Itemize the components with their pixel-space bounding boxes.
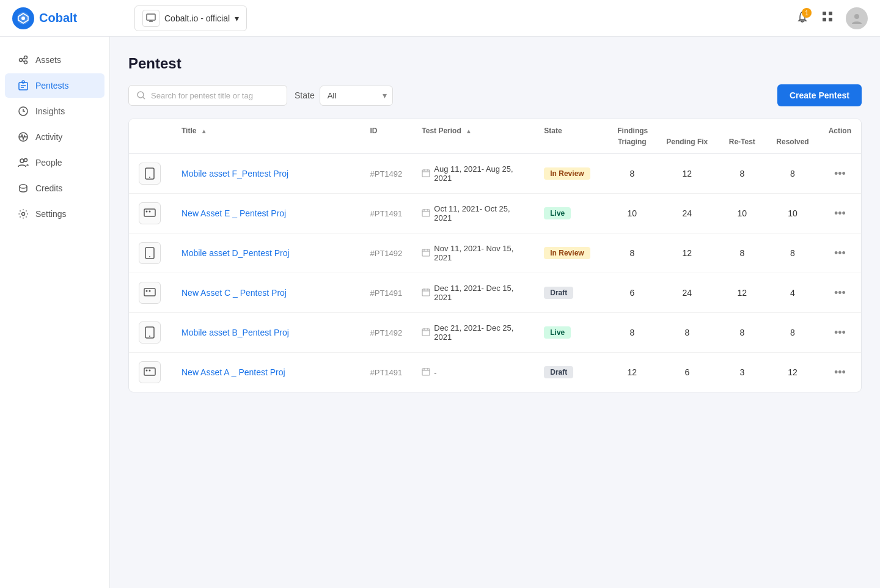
svg-point-23 [138, 92, 144, 98]
pentest-id: #PT1492 [370, 328, 403, 337]
th-id: ID [361, 119, 413, 136]
svg-rect-31 [144, 209, 155, 216]
pending-fix-cell: 12 [656, 233, 717, 273]
sidebar-item-settings[interactable]: Settings [5, 202, 105, 226]
sidebar-item-settings-label: Settings [35, 209, 67, 219]
search-box[interactable]: Search for pentest title or tag [128, 85, 287, 106]
date-range: Aug 11, 2021- Aug 25, 2021 [434, 164, 524, 183]
action-cell: ••• [819, 154, 861, 194]
pentest-id: #PT1491 [370, 368, 403, 377]
pentest-title-link[interactable]: New Asset C _ Pentest Proj [182, 288, 287, 298]
re-test-cell: 8 [717, 233, 766, 273]
sidebar-item-insights[interactable]: Insights [5, 99, 105, 123]
people-icon [17, 156, 29, 169]
sidebar-item-insights-label: Insights [35, 106, 65, 116]
grid-icon[interactable] [821, 10, 834, 26]
pentests-icon [17, 79, 29, 92]
pentest-title-link[interactable]: Mobile asset F_Pentest Proj [182, 169, 288, 178]
sidebar-item-assets[interactable]: Assets [5, 48, 105, 72]
svg-line-12 [23, 61, 24, 62]
date-period: Dec 11, 2021- Dec 15, 2021 [422, 284, 524, 302]
triaging-cell: 10 [607, 194, 656, 233]
state-cell: In Review [534, 154, 607, 194]
test-period-cell: Nov 11, 2021- Nov 15, 2021 [412, 233, 534, 273]
sidebar-item-people-label: People [35, 158, 62, 167]
sidebar-item-credits-label: Credits [35, 183, 62, 193]
th-period-sub [412, 136, 534, 154]
date-range: Dec 11, 2021- Dec 15, 2021 [434, 284, 524, 302]
notification-button[interactable]: 1 [796, 10, 809, 26]
th-period[interactable]: Test Period ▲ [412, 119, 534, 136]
state-label: State [295, 90, 315, 100]
pentest-id: #PT1492 [370, 249, 403, 258]
sidebar-item-people[interactable]: People [5, 150, 105, 175]
table-row: New Asset A _ Pentest Proj #PT1491 - Dra… [129, 353, 861, 392]
svg-point-59 [149, 370, 151, 372]
pentest-id-cell: #PT1492 [361, 313, 413, 353]
resolved-cell: 12 [766, 353, 818, 392]
date-period: Nov 11, 2021- Nov 15, 2021 [422, 244, 524, 262]
action-dots-button[interactable]: ••• [829, 324, 851, 342]
toolbar: Search for pentest title or tag State Al… [128, 84, 862, 106]
table-row: Mobile asset F_Pentest Proj #PT1492 Aug … [129, 154, 861, 194]
pentest-title-link[interactable]: New Asset A _ Pentest Proj [182, 367, 285, 377]
svg-point-22 [22, 213, 25, 216]
svg-rect-40 [422, 249, 430, 256]
sidebar-item-credits[interactable]: Credits [5, 176, 105, 200]
action-dots-button[interactable]: ••• [829, 205, 851, 222]
svg-point-33 [149, 211, 151, 213]
date-range: Dec 21, 2021- Dec 25, 2021 [434, 323, 524, 342]
calendar-icon [422, 248, 430, 259]
svg-point-7 [854, 14, 859, 19]
calendar-icon [422, 208, 430, 219]
svg-point-32 [146, 211, 148, 213]
triaging-cell: 12 [607, 353, 656, 392]
pentest-title-link[interactable]: Mobile asset D_Pentest Proj [182, 248, 290, 258]
table-header-row2: Triaging Pending Fix Re-Test Resolved [129, 136, 861, 154]
pentest-title-link[interactable]: New Asset E _ Pentest Proj [182, 208, 286, 218]
state-badge: Live [544, 207, 571, 219]
asset-type-icon [139, 242, 161, 264]
workspace-selector[interactable]: Cobalt.io - official ▾ [134, 6, 247, 31]
action-dots-button[interactable]: ••• [829, 284, 851, 302]
th-state: State [534, 119, 607, 136]
action-cell: ••• [819, 313, 861, 353]
svg-rect-5 [823, 18, 826, 21]
state-badge: In Review [544, 247, 590, 259]
action-dots-button[interactable]: ••• [829, 244, 851, 262]
test-period-cell: Oct 11, 2021- Oct 25, 2021 [412, 194, 534, 233]
state-select[interactable]: All Draft Live In Review Closed [320, 86, 393, 106]
svg-point-19 [20, 159, 24, 163]
pentest-table: Title ▲ ID Test Period ▲ State Findings … [129, 119, 861, 392]
avatar[interactable] [846, 7, 868, 29]
svg-point-14 [22, 81, 24, 83]
pentest-title-cell: Mobile asset F_Pentest Proj [172, 154, 361, 194]
test-period-cell: Dec 11, 2021- Dec 15, 2021 [412, 273, 534, 313]
resolved-cell: 4 [766, 273, 818, 313]
pentest-title-link[interactable]: Mobile asset B_Pentest Proj [182, 328, 289, 337]
state-badge: Live [544, 326, 571, 339]
triaging-cell: 6 [607, 273, 656, 313]
table-row: New Asset E _ Pentest Proj #PT1491 Oct 1… [129, 194, 861, 233]
action-dots-button[interactable]: ••• [829, 165, 851, 183]
svg-rect-57 [144, 368, 155, 375]
pentest-table-container: Title ▲ ID Test Period ▲ State Findings … [128, 119, 862, 392]
logo-text: Cobalt [39, 11, 77, 25]
pentest-id-cell: #PT1491 [361, 194, 413, 233]
pentest-id: #PT1491 [370, 288, 403, 298]
pending-fix-cell: 8 [656, 313, 717, 353]
th-title[interactable]: Title ▲ [172, 119, 361, 136]
workspace-icon [142, 10, 160, 27]
test-period-cell: Aug 11, 2021- Aug 25, 2021 [412, 154, 534, 194]
sidebar-item-activity[interactable]: Activity [5, 125, 105, 149]
th-triaging: Triaging [607, 136, 656, 154]
svg-point-39 [149, 256, 150, 257]
state-cell: Draft [534, 273, 607, 313]
svg-point-8 [20, 59, 23, 62]
action-dots-button[interactable]: ••• [829, 364, 851, 381]
pentest-id-cell: #PT1492 [361, 233, 413, 273]
app-header: Cobalt Cobalt.io - official ▾ 1 [0, 0, 880, 37]
sidebar-item-pentests[interactable]: Pentests [5, 73, 105, 98]
period-sort-icon: ▲ [466, 128, 472, 134]
create-pentest-button[interactable]: Create Pentest [777, 84, 862, 106]
